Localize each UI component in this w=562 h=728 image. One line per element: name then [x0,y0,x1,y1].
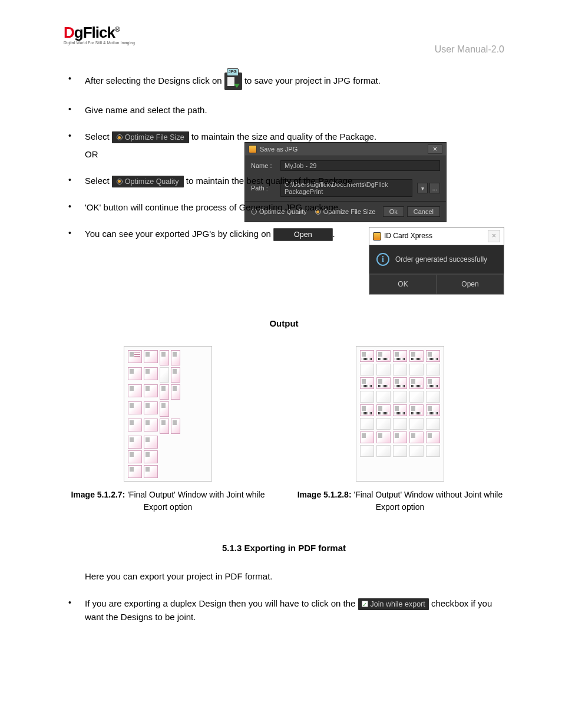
list-item: Select Optimize File Size to maintain th… [64,130,504,161]
list-item: 'OK' button will continue the process of… [64,200,504,214]
brand-rest: gFlick [74,24,115,41]
list-item: If you are exporting a duplex Design the… [64,597,504,624]
list-item: Select Optimize Quality to maintain the … [64,174,504,187]
figure-caption: Image 5.1.2.8: 'Final Output' Window wit… [296,489,504,513]
output-image-nojoint [356,346,444,482]
export-jpg-icon[interactable] [224,73,242,90]
order-success-dialog: ID Card Xpress × i Order generated succe… [369,227,504,295]
name-input[interactable]: MyJob - 29 [280,160,440,171]
list-item: Give name and select the path. [64,103,504,117]
ok-button[interactable]: OK [369,274,437,295]
close-button[interactable]: × [488,230,500,242]
manual-title: User Manual-2.0 [435,44,504,55]
app-icon [373,232,381,241]
optimize-file-size-chip[interactable]: Optimize File Size [112,131,189,143]
list-item: After selecting the Designs click on to … [64,73,504,90]
list-item: ID Card Xpress × i Order generated succe… [64,227,504,295]
output-heading: Output [64,318,504,328]
success-message: Order generated successfully [395,254,487,265]
figure-caption: Image 5.1.2.7: 'Final Output' Window wit… [64,489,272,513]
brand-d: D [64,24,74,41]
brand-tagline: Digital World For Still & Motion Imaging [64,41,135,45]
join-while-export-checkbox[interactable]: Join while export [358,598,429,610]
dialog-title: ID Card Xpress [384,230,432,242]
brand-logo: DgFlick® Digital World For Still & Motio… [64,24,135,45]
open-button[interactable]: Open [437,274,504,295]
section-heading: 5.1.3 Exporting in PDF format [64,543,504,553]
info-icon: i [376,253,389,266]
output-image-joint [124,346,212,482]
open-button-chip[interactable]: Open [273,228,333,241]
body-text: Here you can export your project in PDF … [85,569,504,583]
optimize-quality-chip[interactable]: Optimize Quality [112,176,184,187]
name-label: Name : [251,162,276,169]
